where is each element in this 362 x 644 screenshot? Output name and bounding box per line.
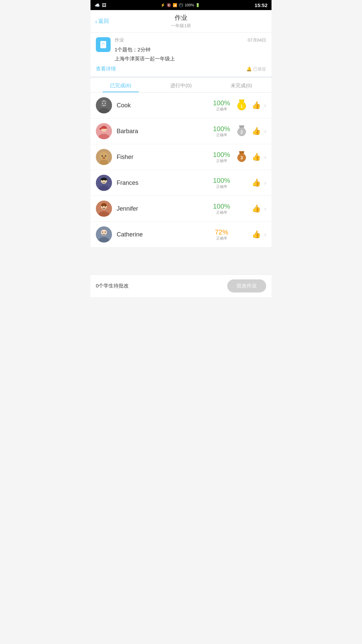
score-label-frances: 正确率 (216, 184, 227, 189)
assignment-date: 07月04日 (248, 37, 266, 43)
score-label-fisher: 正确率 (216, 158, 227, 163)
image-icon: 🖼 (102, 3, 106, 8)
assignment-card: 作业 07月04日 1个题包；2分钟 上海牛津英语一起一年级上 查看详情 🔔 已… (90, 33, 272, 78)
status-center-icons: ⚡ 🔇 📶 📳 100% 🔋 (161, 3, 200, 7)
tabs-bar: 已完成(6) 进行中(0) 未完成(0) (90, 78, 272, 93)
wifi-icon: 📶 (173, 3, 177, 7)
svg-point-30 (100, 152, 108, 161)
svg-text:1: 1 (241, 104, 243, 109)
back-chevron-icon: ‹ (95, 18, 97, 24)
student-name-cook: Cook (117, 102, 211, 109)
score-pct-cook: 100% (213, 99, 230, 107)
svg-text:3: 3 (241, 156, 243, 160)
student-name-barbara: Barbara (117, 128, 211, 135)
tab-incomplete[interactable]: 未完成(0) (211, 78, 272, 92)
header: ‹ 返回 作业 一年级1班 (90, 10, 272, 33)
svg-point-54 (105, 232, 106, 233)
mute-icon: 🔇 (167, 3, 171, 7)
like-button-cook[interactable]: 👍 (252, 101, 261, 110)
student-name-frances: Frances (117, 179, 211, 186)
assignment-meta: 作业 07月04日 1个题包；2分钟 上海牛津英语一起一年级上 (115, 37, 266, 63)
svg-point-33 (105, 155, 106, 157)
chevron-right-cook: › (264, 102, 266, 109)
status-bar: ☁️ 🖼 ⚡ 🔇 📶 📳 100% 🔋 15:52 (90, 0, 272, 10)
battery-icon: 🔋 (195, 3, 200, 7)
student-row-catherine[interactable]: Catherine 72% 正确率 👍 › (90, 222, 272, 248)
assignment-footer: 查看详情 🔔 已催促 (96, 66, 266, 72)
chevron-right-catherine: › (264, 231, 266, 238)
chevron-right-frances: › (264, 179, 266, 186)
like-button-catherine[interactable]: 👍 (252, 230, 261, 239)
medal-barbara: 2 (235, 124, 248, 138)
signal-icon: 📳 (179, 3, 183, 7)
view-detail-button[interactable]: 查看详情 (96, 66, 116, 72)
grade-button[interactable]: 批改作业 (227, 279, 266, 292)
score-pct-barbara: 100% (213, 125, 230, 132)
avatar-cook (96, 97, 112, 113)
score-label-jennifer: 正确率 (216, 210, 227, 215)
score-block-fisher: 100% 正确率 (211, 151, 232, 163)
student-row-fisher[interactable]: Fisher 100% 正确率 3 👍 › (90, 144, 272, 170)
medal-fisher: 3 (235, 150, 248, 164)
assignment-header-row: 作业 07月04日 (115, 37, 266, 43)
weather-icon: ☁️ (95, 3, 100, 8)
student-list: Cook 100% 正确率 1 👍 › (90, 93, 272, 248)
student-row-frances[interactable]: Frances 100% 正确率 👍 › (90, 170, 272, 196)
remind-button[interactable]: 🔔 已催促 (246, 66, 266, 72)
student-name-catherine: Catherine (117, 231, 211, 238)
score-label-catherine: 正确率 (216, 236, 227, 241)
like-button-fisher[interactable]: 👍 (252, 153, 261, 161)
avatar-jennifer (96, 201, 112, 217)
score-label-cook: 正确率 (216, 107, 227, 112)
page-subtitle: 一年级1班 (90, 23, 272, 29)
svg-text:2: 2 (241, 130, 243, 135)
page-title: 作业 (90, 13, 272, 22)
like-button-barbara[interactable]: 👍 (252, 127, 261, 136)
avatar-barbara (96, 123, 112, 139)
score-pct-frances: 100% (213, 177, 230, 184)
like-button-frances[interactable]: 👍 (252, 178, 261, 187)
tab-completed[interactable]: 已完成(6) (90, 78, 151, 92)
avatar-frances (96, 175, 112, 191)
chevron-right-fisher: › (264, 154, 266, 161)
score-block-catherine: 72% 正确率 (211, 228, 232, 241)
tab-in-progress[interactable]: 进行中(0) (151, 78, 211, 92)
back-label: 返回 (98, 18, 109, 25)
score-pct-fisher: 100% (213, 151, 230, 158)
medal-cook: 1 (235, 99, 248, 112)
student-row-cook[interactable]: Cook 100% 正确率 1 👍 › (90, 93, 272, 118)
empty-area (90, 248, 272, 274)
score-block-cook: 100% 正确率 (211, 99, 232, 112)
avatar-fisher (96, 149, 112, 165)
battery-label: 100% (185, 3, 194, 7)
student-row-jennifer[interactable]: Jennifer 100% 正确率 👍 › (90, 196, 272, 222)
student-row-barbara[interactable]: Barbara 100% 正确率 2 👍 › (90, 118, 272, 144)
avatar-catherine (96, 226, 112, 243)
student-name-jennifer: Jennifer (117, 205, 211, 212)
assignment-icon (96, 37, 111, 52)
score-block-jennifer: 100% 正确率 (211, 203, 232, 215)
document-icon (99, 40, 108, 49)
score-pct-jennifer: 100% (213, 203, 230, 210)
back-button[interactable]: ‹ 返回 (95, 18, 109, 25)
status-left-icons: ☁️ 🖼 (95, 3, 106, 8)
like-button-jennifer[interactable]: 👍 (252, 204, 261, 213)
bell-icon: 🔔 (246, 66, 252, 71)
score-block-barbara: 100% 正确率 (211, 125, 232, 138)
status-time: 15:52 (255, 2, 267, 8)
score-label-barbara: 正确率 (216, 132, 227, 138)
svg-point-24 (100, 128, 102, 130)
score-pct-catherine: 72% (215, 228, 228, 236)
svg-point-35 (103, 157, 105, 159)
score-block-frances: 100% 正确率 (211, 177, 232, 189)
svg-point-31 (100, 160, 108, 165)
bluetooth-icon: ⚡ (161, 3, 165, 7)
assignment-desc1: 1个题包；2分钟 (115, 46, 266, 54)
svg-point-32 (102, 155, 103, 157)
assignment-label: 作业 (115, 37, 124, 43)
chevron-right-jennifer: › (264, 205, 266, 212)
svg-point-53 (102, 232, 103, 233)
student-name-fisher: Fisher (117, 154, 211, 161)
pending-text: 0个学生待批改 (96, 283, 129, 289)
chevron-right-barbara: › (264, 128, 266, 135)
